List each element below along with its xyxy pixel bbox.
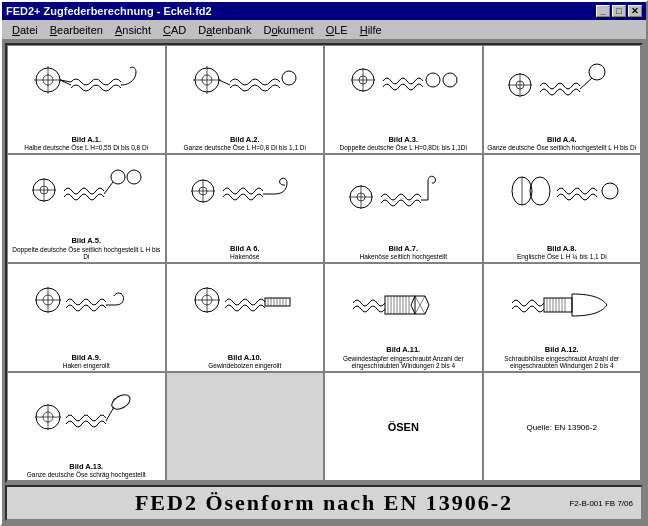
label-A3: Bild A.3. bbox=[327, 136, 480, 144]
drawing-A3 bbox=[327, 49, 480, 136]
drawing-A6 bbox=[169, 158, 322, 245]
menu-dokument[interactable]: Dokument bbox=[257, 23, 319, 37]
svg-point-41 bbox=[530, 177, 550, 205]
svg-line-23 bbox=[580, 78, 592, 89]
desc-A3: Doppelte deutsche Öse L H=0,8Di; bis 1,1… bbox=[327, 144, 480, 151]
close-button[interactable]: ✕ bbox=[628, 5, 642, 17]
label-A13: Bild A.13. bbox=[10, 463, 163, 471]
cell-A2[interactable]: Bild A.2. Ganze deutsche Öse L H=0,8 Di … bbox=[166, 45, 325, 154]
label-A6: Bild A 6. bbox=[169, 245, 322, 253]
label-A8: Bild A.8. bbox=[486, 245, 639, 253]
cell-A8[interactable]: Bild A.8. Englische Öse L H ¼ bis 1,1 Di bbox=[483, 154, 642, 263]
cell-A6[interactable]: Bild A 6. Hakenöse bbox=[166, 154, 325, 263]
cell-A4[interactable]: Bild A.4. Ganze deutsche Öse seitlich ho… bbox=[483, 45, 642, 154]
maximize-button[interactable]: □ bbox=[612, 5, 626, 17]
cell-A3[interactable]: Bild A.3. Doppelte deutsche Öse L H=0,8D… bbox=[324, 45, 483, 154]
label-A4: Bild A.4. bbox=[486, 136, 639, 144]
drawing-A8 bbox=[486, 158, 639, 245]
label-A7: Bild A.7. bbox=[327, 245, 480, 253]
menu-hilfe[interactable]: Hilfe bbox=[354, 23, 388, 37]
menu-bearbeiten[interactable]: Bearbeiten bbox=[44, 23, 109, 37]
desc-A9: Haken eingerollt bbox=[10, 362, 163, 369]
drawing-A13 bbox=[10, 376, 163, 463]
menu-bar: Datei Bearbeiten Ansicht CAD Datenbank D… bbox=[2, 20, 646, 40]
desc-A10: Gewindebolzen eingerollt bbox=[169, 362, 322, 369]
drawing-A10 bbox=[169, 267, 322, 354]
desc-A1: Halbe deutsche Öse L H=0,55 Di bis 0,8 D… bbox=[10, 144, 163, 151]
desc-A8: Englische Öse L H ¼ bis 1,1 Di bbox=[486, 253, 639, 260]
desc-A12: Schraubhülse eingeschraubt Anzahl der ei… bbox=[486, 355, 639, 369]
svg-point-22 bbox=[589, 64, 605, 80]
svg-rect-71 bbox=[544, 298, 572, 312]
desc-A13: Ganze deutsche Öse schräg hochgestellt bbox=[10, 471, 163, 478]
svg-point-42 bbox=[602, 183, 618, 199]
desc-A4: Ganze deutsche Öse seitlich hochgestellt… bbox=[486, 144, 639, 151]
drawing-A5 bbox=[10, 158, 163, 237]
oesen-label: ÖSEN bbox=[388, 421, 419, 433]
desc-A6: Hakenöse bbox=[169, 253, 322, 260]
cell-A7[interactable]: Bild A.7. Hakenöse seitlich hochgestellt bbox=[324, 154, 483, 263]
spring-grid: Bild A.1. Halbe deutsche Öse L H=0,55 Di… bbox=[5, 43, 643, 483]
bottom-bar: FED2 Ösenform nach EN 13906-2 F2-B-001 F… bbox=[5, 485, 643, 521]
label-A9: Bild A.9. bbox=[10, 354, 163, 362]
cell-A12[interactable]: Bild A.12. Schraubhülse eingeschraubt An… bbox=[483, 263, 642, 372]
drawing-A2 bbox=[169, 49, 322, 136]
svg-point-10 bbox=[282, 71, 296, 85]
bottom-bar-content: FED2 Ösenform nach EN 13906-2 F2-B-001 F… bbox=[7, 487, 641, 519]
drawing-A7 bbox=[327, 158, 480, 245]
label-A1: Bild A.1. bbox=[10, 136, 163, 144]
menu-datenbank[interactable]: Datenbank bbox=[192, 23, 257, 37]
bottom-ref: F2-B-001 FB 7/06 bbox=[569, 499, 633, 508]
desc-A2: Ganze deutsche Öse L H=0,8 Di bis 1,1 Di bbox=[169, 144, 322, 151]
label-A12: Bild A.12. bbox=[486, 346, 639, 354]
desc-A5: Doppelte deutsche Öse seitlich hochgeste… bbox=[10, 246, 163, 260]
source-label: Quelle: EN 13906-2 bbox=[527, 423, 597, 432]
menu-ansicht[interactable]: Ansicht bbox=[109, 23, 157, 37]
svg-line-30 bbox=[104, 182, 113, 194]
window-controls: _ □ ✕ bbox=[596, 5, 642, 17]
menu-cad[interactable]: CAD bbox=[157, 23, 192, 37]
minimize-button[interactable]: _ bbox=[596, 5, 610, 17]
drawing-A11 bbox=[327, 267, 480, 346]
drawing-A4 bbox=[486, 49, 639, 136]
main-window: FED2+ Zugfederberechnung - Eckel.fd2 _ □… bbox=[0, 0, 648, 526]
menu-datei[interactable]: Datei bbox=[6, 23, 44, 37]
label-A11: Bild A.11. bbox=[327, 346, 480, 354]
title-bar: FED2+ Zugfederberechnung - Eckel.fd2 _ □… bbox=[2, 2, 646, 20]
desc-A7: Hakenöse seitlich hochgestellt bbox=[327, 253, 480, 260]
label-A10: Bild A.10. bbox=[169, 354, 322, 362]
cell-source: Quelle: EN 13906-2 bbox=[483, 372, 642, 481]
desc-A11: Gewindestapfer eingeschraubt Anzahl der … bbox=[327, 355, 480, 369]
menu-ole[interactable]: OLE bbox=[320, 23, 354, 37]
cell-A1[interactable]: Bild A.1. Halbe deutsche Öse L H=0,55 Di… bbox=[7, 45, 166, 154]
cell-A11[interactable]: Bild A.11. Gewindestapfer eingeschraubt … bbox=[324, 263, 483, 372]
cell-A9[interactable]: Bild A.9. Haken eingerollt bbox=[7, 263, 166, 372]
cell-A10[interactable]: Bild A.10. Gewindebolzen eingerollt bbox=[166, 263, 325, 372]
cell-A5[interactable]: Bild A.5. Doppelte deutsche Öse seitlich… bbox=[7, 154, 166, 263]
svg-point-16 bbox=[426, 73, 440, 87]
svg-line-85 bbox=[106, 407, 114, 421]
svg-point-17 bbox=[443, 73, 457, 87]
svg-point-29 bbox=[127, 170, 141, 184]
title-text: FED2+ Zugfederberechnung - Eckel.fd2 bbox=[6, 5, 212, 17]
cell-A13[interactable]: Bild A.13. Ganze deutsche Öse schräg hoc… bbox=[7, 372, 166, 481]
drawing-A9 bbox=[10, 267, 163, 354]
cell-oesen: ÖSEN bbox=[324, 372, 483, 481]
label-A2: Bild A.2. bbox=[169, 136, 322, 144]
drawing-A12 bbox=[486, 267, 639, 346]
label-A5: Bild A.5. bbox=[10, 237, 163, 245]
svg-point-28 bbox=[111, 170, 125, 184]
svg-line-11 bbox=[219, 80, 230, 85]
cell-empty bbox=[166, 372, 325, 481]
drawing-A1 bbox=[10, 49, 163, 136]
bottom-text: FED2 Ösenform nach EN 13906-2 bbox=[135, 490, 513, 516]
main-content: Bild A.1. Halbe deutsche Öse L H=0,55 Di… bbox=[2, 40, 646, 524]
